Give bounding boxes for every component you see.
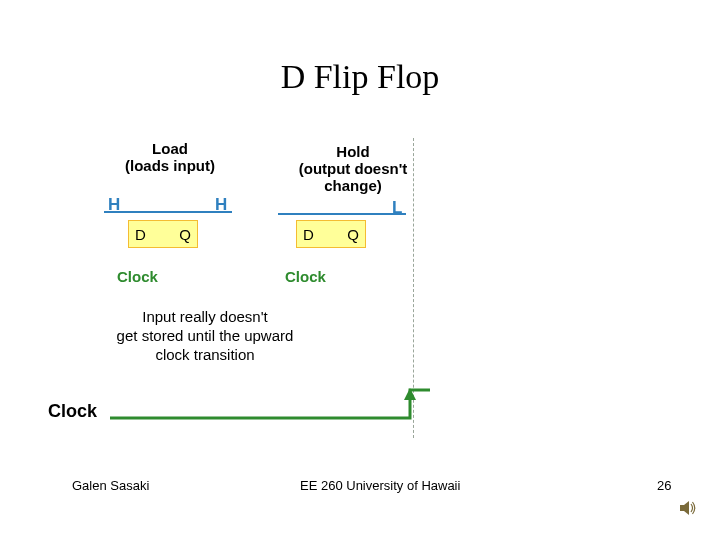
footer-page: 26 xyxy=(657,478,671,493)
footer-course: EE 260 University of Hawaii xyxy=(300,478,460,493)
footer-author: Galen Sasaki xyxy=(72,478,149,493)
clock-waveform xyxy=(0,0,720,540)
speaker-icon xyxy=(678,498,698,518)
